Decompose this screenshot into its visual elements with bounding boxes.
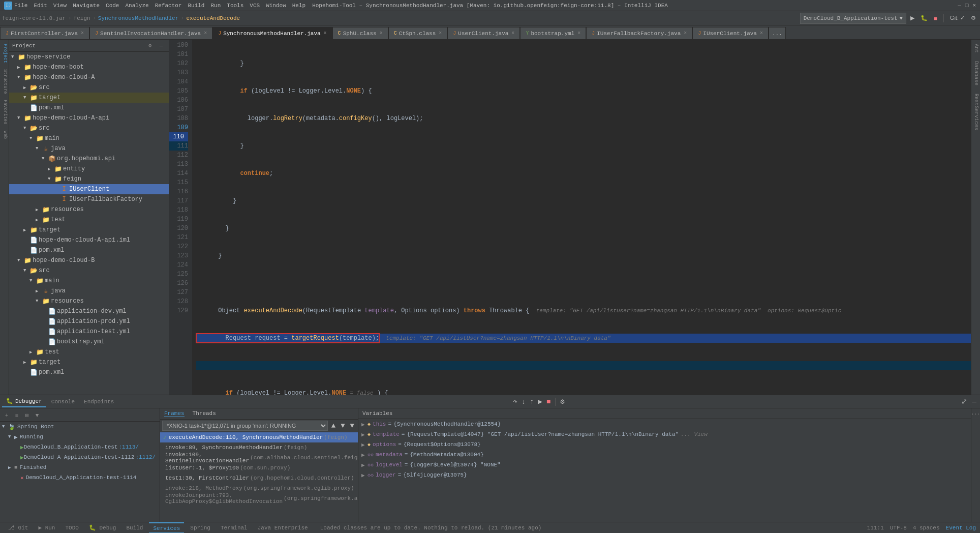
var-loglevel[interactable]: ▶ ◇◇ logLevel = {Logger$Level@13074} "NO… (358, 460, 980, 470)
svc-demoa-stopped[interactable]: ✕ DemoCloud_A_Application-test-1114 (0, 472, 160, 483)
tree-item-demo-boot[interactable]: ▶ 📁 hope-demo-boot (9, 62, 169, 72)
settings-button[interactable]: ⚙ (969, 13, 978, 24)
maximize-panel-button[interactable]: ⤢ (960, 397, 969, 406)
services-filter-btn[interactable]: ▼ (33, 411, 42, 420)
var-template[interactable]: ▶ ◆ template = {RequestTemplate@14047} "… (358, 429, 980, 439)
tree-item-bootstrap[interactable]: 📄 bootstrap.yml (9, 337, 169, 347)
frame-item-2[interactable]: invoke:109, SentinelInvocationHandler (c… (160, 453, 358, 463)
thread-down-btn[interactable]: ▼ (339, 422, 346, 430)
tab-close-icon[interactable]: × (577, 31, 580, 36)
todo-tab[interactable]: TODO (61, 522, 82, 534)
tree-item-feign[interactable]: ▼ 📁 feign (9, 174, 169, 184)
debug-button[interactable]: 🐛 (918, 13, 930, 24)
breadcrumb-file[interactable]: SynchronousMethodHandler (98, 15, 178, 21)
git-button[interactable]: Git: ✓ (948, 13, 967, 24)
tree-item-iuser-fallback[interactable]: I IUserFallbackFactory (9, 194, 169, 204)
var-this[interactable]: ▶ ◆ this = {SynchronousMethodHandler@125… (358, 419, 980, 429)
services-group-btn[interactable]: ⊞ (22, 411, 32, 420)
tree-item-demo-cloud-b[interactable]: ▼ 📁 hope-demo-cloud-B (9, 255, 169, 265)
tab-bootstrap[interactable]: Y bootstrap.yml × (520, 27, 586, 39)
tree-item-src-a[interactable]: ▶ 📂 src (9, 82, 169, 93)
tree-item-resources-b[interactable]: ▼ 📁 resources (9, 296, 169, 306)
thread-dropdown[interactable]: *XNIO-1 task-1*@12,071 in group 'main': … (162, 421, 328, 431)
terminal-tab[interactable]: Terminal (217, 522, 252, 534)
tree-item-app-test[interactable]: 📄 application-test.yml (9, 327, 169, 337)
minimize-panel-button[interactable]: — (971, 398, 978, 406)
breadcrumb-module[interactable]: feign (74, 15, 90, 21)
frame-item-6[interactable]: invokeJoinpoint:793, CglibAopProxy$Cglib… (160, 493, 358, 504)
event-log-link[interactable]: Event Log (946, 525, 976, 531)
thread-up-btn[interactable]: ▲ (330, 422, 337, 430)
menu-run[interactable]: Run (210, 3, 221, 9)
tree-item-iuser-client[interactable]: I IUserClient (9, 184, 169, 194)
tab-iuser-client[interactable]: J IUserClient.java × (692, 27, 769, 39)
tree-item-entity[interactable]: ▶ 📁 entity (9, 164, 169, 174)
stop-debug-button[interactable]: ■ (545, 398, 552, 406)
menu-file[interactable]: File (14, 3, 27, 9)
menu-refactor[interactable]: Refactor (155, 3, 182, 9)
tree-item-main-api[interactable]: ▼ 📁 main (9, 133, 169, 143)
indent-label[interactable]: 4 spaces (913, 525, 940, 531)
project-tree[interactable]: ▼ 📁 hope-service ▶ 📁 hope-demo-boot ▼ 📁 … (9, 52, 169, 395)
menu-window[interactable]: Window (266, 3, 286, 9)
menu-view[interactable]: View (53, 3, 67, 9)
svc-demoa[interactable]: ▶ DemoCloud_A_Application-test-1112 :111… (0, 452, 160, 462)
tree-item-java-api[interactable]: ▼ ☕ java (9, 143, 169, 154)
tree-item-main-b[interactable]: ▼ 📁 main (9, 276, 169, 286)
stop-button[interactable]: ■ (932, 13, 939, 24)
structure-tab[interactable]: Structure (0, 67, 9, 96)
run-tab[interactable]: ▶ Run (34, 522, 59, 534)
tree-item-app-prod[interactable]: 📄 application-prod.yml (9, 316, 169, 327)
tree-item-src-b[interactable]: ▼ 📂 src (9, 265, 169, 276)
menu-code[interactable]: Code (106, 3, 119, 9)
ant-tab[interactable]: Ant (971, 40, 980, 57)
thread-filter-btn[interactable]: ▼ (349, 422, 356, 430)
tab-close-icon[interactable]: × (760, 31, 763, 36)
frame-item-1[interactable]: invoke:89, SynchronousMethodHandler (fei… (160, 442, 358, 453)
step-into-button[interactable]: ↓ (520, 398, 527, 406)
menu-build[interactable]: Build (188, 3, 204, 9)
svc-springboot-group[interactable]: ▼ 🍃 Spring Boot (0, 422, 160, 432)
code-content[interactable]: 100101102103 104105106107 108 109 110 11… (169, 40, 971, 395)
svc-running-group[interactable]: ▼ ▶ Running (0, 432, 160, 442)
tree-item-pom-b[interactable]: 📄 pom.xml (9, 367, 169, 377)
java-enterprise-tab[interactable]: Java Enterprise (254, 522, 312, 534)
frame-item-3[interactable]: listUser:-1, $Proxy100 (com.sun.proxy) (160, 463, 358, 473)
tab-overflow[interactable]: ... (769, 27, 786, 39)
tab-close-icon[interactable]: × (511, 31, 514, 36)
database-tab[interactable]: Database (971, 57, 980, 90)
breadcrumb-method[interactable]: executeAndDecode (186, 15, 240, 21)
tab-close-icon[interactable]: × (684, 31, 687, 36)
var-logger[interactable]: ▶ ◇◇ logger = {Slf4jLogger@13075} (358, 470, 980, 480)
code-editor[interactable]: 100101102103 104105106107 108 109 110 11… (169, 40, 971, 395)
tree-item-demo-cloud-a-api[interactable]: ▼ 📁 hope-demo-cloud-A-api (9, 113, 169, 123)
tree-item-pom-a[interactable]: 📄 pom.xml (9, 103, 169, 113)
menu-bar[interactable]: File Edit View Navigate Code Analyze Ref… (14, 3, 305, 9)
tree-item-target-api[interactable]: ▶ 📁 target (9, 225, 169, 235)
svc-finished-group[interactable]: ▶ ■ Finished (0, 462, 160, 472)
tree-item-app-dev[interactable]: 📄 application-dev.yml (9, 306, 169, 316)
tree-item-java-b[interactable]: ▶ ☕ java (9, 286, 169, 296)
frame-item-0[interactable]: ✓ executeAndDecode:110, SynchronousMetho… (160, 432, 358, 442)
tree-item-test-api[interactable]: ▶ 📁 test (9, 215, 169, 225)
services-add-btn[interactable]: + (2, 411, 11, 420)
run-button[interactable]: ▶ (908, 13, 916, 24)
sidebar-minimize-icon[interactable]: — (157, 41, 166, 50)
frames-tab[interactable]: Frames (164, 410, 185, 417)
maximize-button[interactable]: □ (965, 3, 969, 9)
tree-item-target-b[interactable]: ▶ 📁 target (9, 357, 169, 367)
watches-label[interactable]: ... (971, 410, 981, 416)
cursor-position[interactable]: 111:1 (867, 525, 884, 531)
restservices-tab[interactable]: RestServices (971, 90, 980, 134)
tab-close-icon[interactable]: × (204, 31, 207, 36)
tree-item-target-a[interactable]: ▼ 📁 target (9, 93, 169, 103)
tree-item-demo-cloud-a[interactable]: ▼ 📁 hope-demo-cloud-A (9, 72, 169, 82)
step-over-button[interactable]: ↷ (511, 397, 518, 406)
tree-item-package[interactable]: ▼ 📦 org.hopehomi.api (9, 154, 169, 164)
var-view-hint[interactable]: ... View (681, 431, 708, 437)
tab-ctsph[interactable]: C CtSph.class × (388, 27, 448, 39)
spring-tab[interactable]: Spring (186, 522, 215, 534)
var-metadata[interactable]: ▶ ◇◇ metadata = {MethodMetadata@13004} (358, 450, 980, 460)
menu-navigate[interactable]: Navigate (73, 3, 100, 9)
tab-endpoints[interactable]: Endpoints (80, 396, 118, 407)
